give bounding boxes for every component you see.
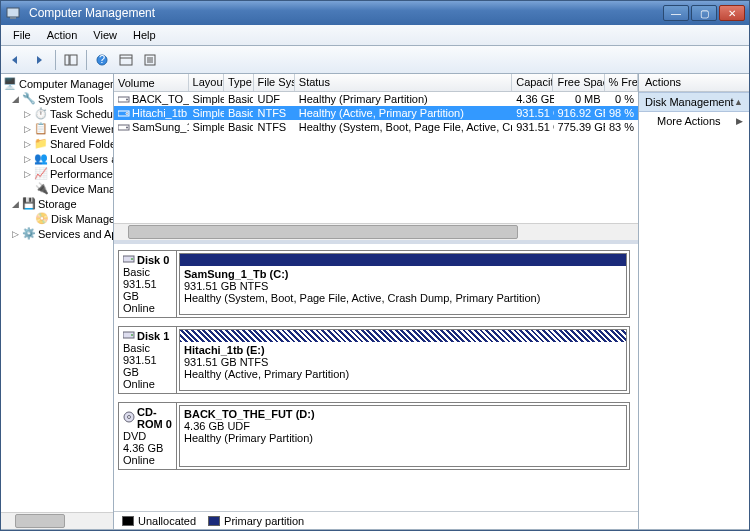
disk-volume-text: Hitachi_1tb (E:)931.51 GB NTFSHealthy (A… — [180, 342, 626, 382]
chevron-right-icon: ▶ — [736, 116, 743, 126]
legend-primary-swatch — [208, 516, 220, 526]
svg-rect-1 — [10, 17, 16, 19]
refresh-button[interactable] — [115, 49, 137, 71]
menu-file[interactable]: File — [5, 27, 39, 43]
tree-system-tools[interactable]: ◢🔧System Tools — [1, 91, 113, 106]
svg-rect-6 — [120, 55, 132, 65]
disk-panel[interactable]: Disk 1Basic931.51 GBOnlineHitachi_1tb (E… — [118, 326, 630, 394]
legend-unallocated-label: Unallocated — [138, 515, 196, 527]
svg-point-23 — [128, 416, 131, 419]
legend-unallocated-swatch — [122, 516, 134, 526]
back-button[interactable] — [5, 49, 27, 71]
disk-info: Disk 0Basic931.51 GBOnline — [119, 251, 177, 317]
list-scrollbar[interactable] — [114, 223, 638, 240]
tree-performance[interactable]: ▷📈Performance — [1, 166, 113, 181]
volume-bar — [180, 254, 626, 266]
forward-button[interactable] — [29, 49, 51, 71]
disk-map: Disk 0Basic931.51 GBOnlineSamSung_1_Tb (… — [114, 244, 638, 511]
menu-view[interactable]: View — [85, 27, 125, 43]
legend-primary-label: Primary partition — [224, 515, 304, 527]
menubar: File Action View Help — [1, 25, 749, 46]
volume-row[interactable]: SamSung_1_Tb (C:)SimpleBasicNTFSHealthy … — [114, 120, 638, 134]
svg-point-15 — [126, 113, 128, 115]
col-capacity[interactable]: Capacity — [512, 74, 553, 91]
svg-point-13 — [126, 99, 128, 101]
disk-info: CD-ROM 0DVD4.36 GBOnline — [119, 403, 177, 469]
actions-more[interactable]: More Actions▶ — [639, 112, 749, 130]
svg-rect-3 — [70, 55, 77, 65]
tree-local-users[interactable]: ▷👥Local Users and Group — [1, 151, 113, 166]
volume-icon — [118, 94, 130, 104]
app-icon — [5, 5, 21, 21]
disk-volume-text: BACK_TO_THE_FUT (D:)4.36 GB UDFHealthy (… — [180, 406, 626, 446]
volume-list[interactable]: BACK_TO_THE_F...SimpleBasicUDFHealthy (P… — [114, 92, 638, 223]
disk-volume[interactable]: Hitachi_1tb (E:)931.51 GB NTFSHealthy (A… — [179, 329, 627, 391]
tree-shared-folders[interactable]: ▷📁Shared Folders — [1, 136, 113, 151]
titlebar: Computer Management — ▢ ✕ — [1, 1, 749, 25]
svg-point-19 — [131, 258, 133, 260]
disk-icon — [123, 254, 135, 266]
help-button[interactable]: ? — [91, 49, 113, 71]
svg-text:?: ? — [99, 53, 105, 65]
disk-icon — [123, 330, 135, 342]
tree-scrollbar[interactable] — [1, 512, 113, 529]
disk-info: Disk 1Basic931.51 GBOnline — [119, 327, 177, 393]
volume-row[interactable]: Hitachi_1tb (E:)SimpleBasicNTFSHealthy (… — [114, 106, 638, 120]
volume-icon — [118, 122, 130, 132]
nav-tree: 🖥️Computer Management (Loc ◢🔧System Tool… — [1, 74, 114, 529]
legend: Unallocated Primary partition — [114, 511, 638, 529]
menu-action[interactable]: Action — [39, 27, 86, 43]
volume-list-header: Volume Layout Type File System Status Ca… — [114, 74, 638, 92]
actions-pane: Actions Disk Management▲ More Actions▶ — [638, 74, 749, 529]
disk-volume-text: SamSung_1_Tb (C:)931.51 GB NTFSHealthy (… — [180, 266, 626, 306]
toolbar: ? — [1, 46, 749, 74]
tree-task-scheduler[interactable]: ▷⏱️Task Scheduler — [1, 106, 113, 121]
col-freespace[interactable]: Free Space — [553, 74, 604, 91]
disk-panel[interactable]: Disk 0Basic931.51 GBOnlineSamSung_1_Tb (… — [118, 250, 630, 318]
menu-help[interactable]: Help — [125, 27, 164, 43]
col-pctfree[interactable]: % Free — [605, 74, 638, 91]
disk-volume[interactable]: SamSung_1_Tb (C:)931.51 GB NTFSHealthy (… — [179, 253, 627, 315]
window-title: Computer Management — [25, 6, 663, 20]
col-type[interactable]: Type — [224, 74, 254, 91]
svg-rect-0 — [7, 8, 19, 17]
collapse-icon: ▲ — [734, 97, 743, 107]
volume-bar — [180, 330, 626, 342]
actions-disk-management[interactable]: Disk Management▲ — [639, 92, 749, 112]
tree-disk-management[interactable]: 📀Disk Management — [1, 211, 113, 226]
tree-root[interactable]: 🖥️Computer Management (Loc — [1, 76, 113, 91]
svg-point-17 — [126, 127, 128, 129]
tree-storage[interactable]: ◢💾Storage — [1, 196, 113, 211]
disk-panel[interactable]: CD-ROM 0DVD4.36 GBOnlineBACK_TO_THE_FUT … — [118, 402, 630, 470]
col-filesystem[interactable]: File System — [254, 74, 295, 91]
tree-event-viewer[interactable]: ▷📋Event Viewer — [1, 121, 113, 136]
disk-icon — [123, 411, 135, 425]
col-status[interactable]: Status — [295, 74, 512, 91]
col-volume[interactable]: Volume — [114, 74, 189, 91]
volume-icon — [118, 108, 130, 118]
close-button[interactable]: ✕ — [719, 5, 745, 21]
disk-volume[interactable]: BACK_TO_THE_FUT (D:)4.36 GB UDFHealthy (… — [179, 405, 627, 467]
maximize-button[interactable]: ▢ — [691, 5, 717, 21]
actions-header: Actions — [639, 74, 749, 92]
svg-point-21 — [131, 334, 133, 336]
volume-row[interactable]: BACK_TO_THE_F...SimpleBasicUDFHealthy (P… — [114, 92, 638, 106]
tree-device-manager[interactable]: 🔌Device Manager — [1, 181, 113, 196]
properties-button[interactable] — [139, 49, 161, 71]
show-hide-tree-button[interactable] — [60, 49, 82, 71]
svg-rect-2 — [65, 55, 69, 65]
tree-services-apps[interactable]: ▷⚙️Services and Applications — [1, 226, 113, 241]
minimize-button[interactable]: — — [663, 5, 689, 21]
col-layout[interactable]: Layout — [189, 74, 224, 91]
